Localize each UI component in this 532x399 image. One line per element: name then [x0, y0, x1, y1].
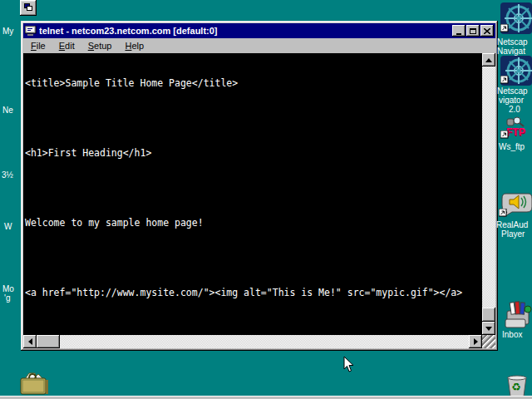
my-briefcase-icon — [18, 371, 50, 396]
minimize-icon — [456, 33, 461, 35]
close-icon — [484, 28, 490, 34]
netscape-navigator-2-shortcut[interactable] — [500, 56, 532, 87]
desktop-label-my-computer[interactable]: My — [2, 27, 13, 36]
title-bar[interactable]: telnet - netcom23.netcom.com [default:0] — [23, 23, 495, 38]
terminal-screen[interactable]: <title>Sample Title Home Page</title> <h… — [23, 53, 482, 335]
menu-edit[interactable]: Edit — [52, 39, 81, 52]
desktop-label-network[interactable]: Ne — [2, 106, 13, 115]
menu-help[interactable]: Help — [118, 39, 150, 52]
cascade-windows-icon — [27, 6, 32, 11]
menu-bar: File Edit Setup Help — [23, 38, 495, 53]
terminal-line — [25, 252, 482, 264]
shortcut-arrow-icon — [500, 127, 509, 142]
recycle-glyph-icon: ♻ — [511, 381, 521, 393]
terminal-line — [25, 322, 482, 333]
scroll-up-button[interactable] — [482, 53, 495, 66]
netscape1-label-line2[interactable]: Navigat — [497, 47, 525, 56]
maximize-button[interactable] — [466, 25, 480, 37]
netscape-navigator-shortcut[interactable] — [500, 2, 532, 36]
scroll-right-button[interactable] — [469, 335, 482, 348]
terminal-line — [25, 112, 482, 124]
arrow-up-icon — [485, 58, 492, 62]
ws-ftp-shortcut[interactable]: FTP — [500, 116, 532, 142]
shortcut-arrow-icon — [499, 205, 507, 220]
vertical-scrollbar[interactable] — [482, 53, 495, 335]
vertical-scroll-track[interactable] — [482, 66, 495, 322]
close-button[interactable] — [480, 25, 494, 37]
netscape2-label-line2[interactable]: vigator — [499, 96, 524, 105]
terminal-line: <title>Sample Title Home Page</title> — [25, 77, 482, 89]
menu-setup[interactable]: Setup — [81, 39, 119, 52]
background-window-icon[interactable] — [20, 0, 37, 16]
scroll-down-button[interactable] — [482, 322, 495, 335]
my-briefcase-shortcut[interactable] — [18, 371, 50, 396]
terminal-line — [25, 182, 482, 194]
desktop-label-m[interactable]: Mo — [2, 284, 14, 293]
maximize-icon — [470, 28, 476, 34]
resize-grip[interactable] — [482, 335, 495, 348]
arrow-right-icon — [474, 338, 478, 345]
realaudio-player-shortcut[interactable] — [499, 192, 532, 220]
shortcut-arrow-icon — [500, 72, 509, 87]
terminal-line: <h1>First Heading</h1> — [25, 147, 482, 159]
horizontal-scroll-track[interactable] — [60, 335, 469, 348]
arrow-down-icon — [485, 327, 492, 331]
realaudio-label-line2[interactable]: Player — [501, 229, 525, 239]
desktop: { "window": { "title": "telnet - netcom2… — [0, 0, 532, 399]
terminal-line: Welcome to my sample home page! — [25, 217, 482, 229]
desktop-label-m2[interactable]: 'g — [4, 293, 10, 303]
desktop-label-floppy[interactable]: 3½ — [2, 170, 13, 180]
netscape1-label-line1[interactable]: Netscap — [497, 37, 528, 47]
shortcut-arrow-icon — [500, 21, 509, 36]
telnet-window: telnet - netcom23.netcom.com [default:0]… — [21, 21, 498, 351]
ws-ftp-label[interactable]: Ws_ftp — [499, 142, 525, 151]
minimize-button[interactable] — [452, 25, 466, 37]
netscape2-label-line3[interactable]: 2.0 — [509, 105, 520, 114]
menu-file[interactable]: File — [24, 39, 52, 52]
taskbar-edge[interactable] — [0, 396, 532, 399]
inbox-icon — [502, 299, 532, 329]
horizontal-scroll-thumb[interactable] — [37, 335, 60, 348]
scroll-left-button[interactable] — [23, 335, 37, 348]
inbox-label[interactable]: Inbox — [502, 330, 522, 339]
recycle-bin[interactable]: ♻ — [504, 374, 530, 397]
ws-ftp-icon: FTP — [506, 126, 525, 138]
netscape2-label-line1[interactable]: Netscap — [497, 86, 528, 96]
realaudio-label-line1[interactable]: RealAud — [496, 220, 528, 229]
desktop-label-w[interactable]: W — [4, 222, 12, 231]
arrow-left-icon — [28, 338, 32, 345]
telnet-terminal-icon — [25, 26, 37, 36]
inbox-shortcut[interactable] — [502, 299, 532, 329]
vertical-scroll-thumb[interactable] — [482, 308, 495, 322]
magnifier-icon — [505, 116, 532, 127]
window-title: telnet - netcom23.netcom.com [default:0] — [39, 26, 449, 36]
mouse-cursor — [343, 356, 354, 373]
terminal-line: <a href="http://www.mysite.com/"><img al… — [25, 287, 482, 298]
horizontal-scrollbar[interactable] — [23, 335, 482, 348]
